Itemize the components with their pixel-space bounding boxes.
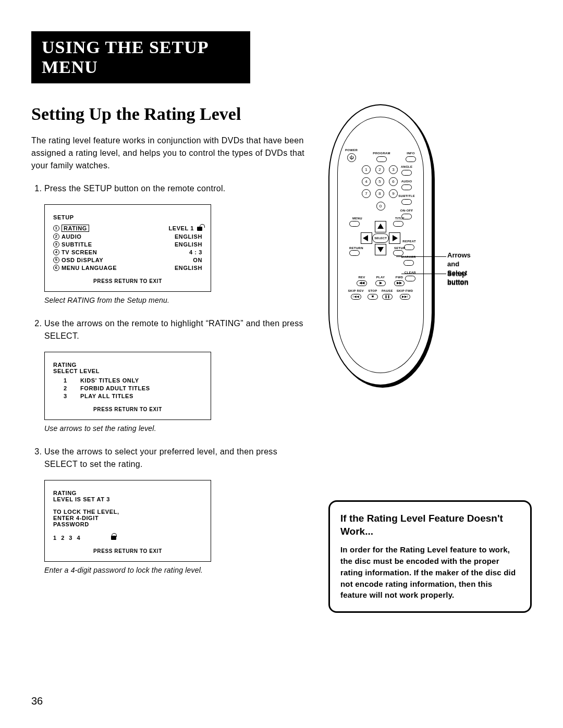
osd-item-value: ENGLISH — [175, 241, 202, 248]
subtitle-button — [401, 199, 412, 205]
level-number: 3 — [64, 393, 70, 399]
title-button — [393, 221, 403, 227]
lbl-skiprev: SKIP REV — [348, 289, 364, 292]
osd-item-label: RATING — [62, 225, 89, 232]
rev-button: ◀◀ — [357, 280, 367, 286]
level-label: KIDS' TITLES ONLY — [80, 377, 139, 384]
page-number: 36 — [31, 695, 43, 707]
lbl-menu: MENU — [352, 217, 362, 220]
arrow-right-button — [389, 232, 400, 244]
osd-item: 2AUDIOENGLISH — [53, 233, 202, 240]
arrow-up-button — [375, 221, 386, 232]
osd-item-label: TV SCREEN — [62, 249, 97, 255]
osd-title3a: RATING — [53, 490, 202, 496]
arrow-down-button — [375, 244, 386, 255]
osd-item-label: MENU LANGUAGE — [62, 265, 117, 271]
osd-setup-screen: SETUP 1RATINGLEVEL 12AUDIOENGLISH3SUBTIT… — [44, 204, 211, 292]
osd-item: 6MENU LANGUAGEENGLISH — [53, 265, 202, 271]
info-button — [406, 156, 416, 162]
lbl-return: RETURN — [349, 246, 363, 250]
osd-footer2: PRESS RETURN TO EXIT — [53, 406, 202, 412]
level-label: FORBID ADULT TITLES — [80, 385, 150, 391]
lbl-stop: STOP — [368, 289, 377, 292]
osd-line3a: TO LOCK THE LEVEL, — [53, 509, 202, 515]
lbl-repeat: REPEAT — [402, 240, 416, 243]
lbl-skipfwd: SKIP FWD — [397, 289, 413, 292]
caption-2: Use arrows to set the rating level. — [44, 424, 313, 433]
osd-item-label: AUDIO — [62, 233, 81, 240]
lbl-angle: ANGLE — [401, 165, 413, 168]
num-0-button: 0 — [376, 202, 385, 211]
osd-password-screen: RATING LEVEL IS SET AT 3 TO LOCK THE LEV… — [44, 480, 211, 562]
osd-title2a: RATING — [53, 362, 202, 368]
osd-rating-screen: RATING SELECT LEVEL 1KIDS' TITLES ONLY2F… — [44, 352, 211, 420]
osd-title3b: LEVEL IS SET AT 3 — [53, 496, 202, 502]
osd-item-value: ENGLISH — [175, 233, 202, 240]
menu-button — [349, 221, 360, 227]
callout-line-arrows — [396, 256, 446, 257]
circled-number: 2 — [53, 233, 59, 240]
num-8-button: 8 — [375, 189, 384, 198]
circled-number: 4 — [53, 249, 59, 255]
return-button — [349, 250, 360, 256]
lbl-power: POWER — [345, 149, 358, 152]
caption-1: Select RATING from the Setup menu. — [44, 296, 313, 304]
section-title: Setting Up the Rating Level — [31, 104, 313, 124]
osd-title2b: SELECT LEVEL — [53, 368, 202, 374]
osd-level-row: 2FORBID ADULT TITLES — [64, 385, 202, 391]
audio-button — [401, 184, 412, 190]
stop-button: ■ — [368, 294, 378, 300]
angle-button — [401, 170, 412, 176]
notice-box: If the Rating Level Feature Doesn't Work… — [328, 500, 532, 613]
osd-level-row: 3PLAY ALL TITLES — [64, 393, 202, 399]
osd-item-label: SUBTITLE — [62, 241, 92, 248]
osd-line3c: PASSWORD — [53, 521, 202, 527]
level-number: 2 — [64, 385, 70, 391]
skiprev-button: I◀◀ — [351, 294, 361, 300]
num-5-button: 5 — [375, 177, 384, 186]
page-header: USING THE SETUP MENU — [31, 31, 250, 83]
remote-illustration: POWER⏻ PROGRAM INFO 123456789 0 ANGLE AU… — [328, 104, 433, 386]
select-button: SELECT — [372, 233, 389, 243]
num-7-button: 7 — [362, 189, 371, 198]
marker-button — [403, 260, 414, 266]
clear-button — [405, 276, 415, 281]
osd-item: 3SUBTITLEENGLISH — [53, 241, 202, 248]
intro-text: The rating level feature works in conjun… — [31, 134, 313, 172]
lock-icon — [197, 227, 202, 231]
pause-button: ❚❚ — [382, 294, 393, 300]
num-9-button: 9 — [389, 189, 398, 198]
lbl-play: PLAY — [376, 276, 385, 279]
circled-number: 1 — [53, 225, 59, 231]
osd-item-value: ENGLISH — [175, 265, 202, 271]
lbl-audio: AUDIO — [401, 180, 412, 183]
lock-icon — [111, 536, 116, 540]
lbl-info: INFO — [407, 152, 415, 155]
osd-item: 1RATINGLEVEL 1 — [53, 225, 202, 232]
notice-body: In order for the Rating Level feature to… — [340, 544, 520, 601]
osd-line3b: ENTER 4-DIGIT — [53, 515, 202, 521]
num-1-button: 1 — [362, 165, 371, 174]
osd-item-value: LEVEL 1 — [168, 225, 202, 231]
num-6-button: 6 — [389, 177, 398, 186]
power-button: ⏻ — [347, 153, 356, 162]
step-2: Use the arrows on the remote to highligh… — [44, 317, 313, 342]
osd-item: 5OSD DiSPLAYON — [53, 257, 202, 263]
lbl-program: PROGRAM — [373, 152, 390, 155]
lbl-rev: REV — [358, 276, 365, 279]
callout-setup: Setup button — [447, 270, 468, 288]
osd-footer3: PRESS RETURN TO EXIT — [53, 548, 202, 554]
circled-number: 5 — [53, 257, 59, 263]
osd-digits: 1 2 3 4 — [53, 535, 82, 541]
lbl-pause: PAUSE — [382, 289, 393, 292]
caption-3: Enter a 4-digit password to lock the rat… — [44, 566, 313, 574]
osd-item-value: ON — [193, 257, 202, 263]
level-number: 1 — [64, 377, 70, 384]
play-button: ▶ — [375, 280, 386, 286]
fwd-button: ▶▶ — [394, 280, 405, 286]
num-3-button: 3 — [389, 165, 398, 174]
osd-title: SETUP — [53, 214, 202, 220]
circled-number: 6 — [53, 265, 59, 271]
arrow-left-button — [361, 232, 372, 244]
osd-level-row: 1KIDS' TITLES ONLY — [64, 377, 202, 384]
